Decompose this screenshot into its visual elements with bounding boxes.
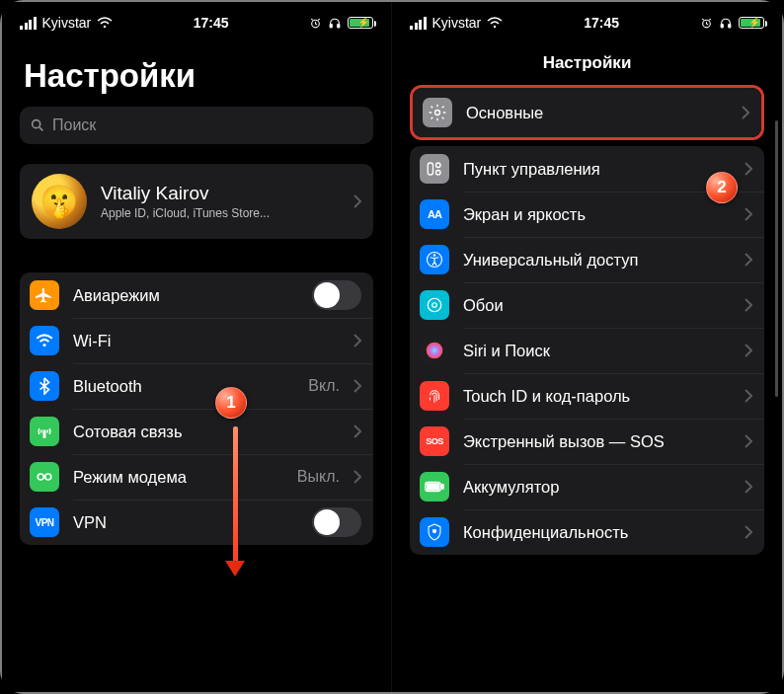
row-sos[interactable]: SOS Экстренный вызов — SOS [410, 419, 764, 464]
row-label: Экран и яркость [463, 205, 731, 224]
annotation-highlight-general: Основные 2 [410, 85, 764, 140]
svg-rect-22 [441, 485, 443, 490]
hotspot-icon [30, 462, 59, 492]
clock: 17:45 [194, 15, 229, 31]
scrollbar[interactable] [775, 120, 778, 397]
row-label: Конфиденциальность [463, 523, 731, 542]
search-placeholder: Поиск [52, 116, 96, 134]
screen-right-settings-scrolled: Kyivstar 17:45 ⚡ Настройки Основные 2 [392, 2, 782, 692]
search-icon [30, 117, 45, 133]
chevron-right-icon [745, 525, 752, 539]
row-hotspot[interactable]: Режим модема Выкл. [20, 454, 373, 500]
headphones-icon [328, 17, 342, 30]
svg-rect-3 [338, 24, 340, 27]
svg-rect-6 [43, 430, 45, 437]
row-value: Выкл. [297, 468, 340, 486]
chevron-right-icon [353, 424, 361, 438]
wifi-icon [487, 17, 503, 29]
alarm-icon [309, 17, 322, 30]
row-label: Универсальный доступ [463, 251, 731, 270]
svg-point-18 [433, 254, 435, 256]
chevron-right-icon [745, 480, 752, 494]
svg-rect-14 [428, 163, 432, 175]
annotation-arrow-down [233, 426, 235, 575]
row-general[interactable]: Основные [413, 88, 761, 137]
wallpaper-icon [420, 290, 449, 320]
row-label: Touch ID и код-пароль [463, 387, 731, 406]
row-label: Аккумулятор [463, 478, 731, 497]
row-value: Вкл. [308, 377, 340, 395]
chevron-right-icon [353, 194, 361, 208]
svg-rect-11 [721, 24, 723, 27]
row-label: Сотовая связь [73, 423, 340, 441]
row-privacy[interactable]: Конфиденциальность [410, 509, 764, 555]
row-wallpaper[interactable]: Обои [410, 282, 764, 328]
row-label: Wi-Fi [73, 332, 340, 350]
svg-point-20 [427, 343, 443, 359]
svg-point-0 [104, 26, 106, 28]
chevron-right-icon [745, 344, 752, 357]
gear-icon [423, 98, 452, 127]
battery-icon: ⚡ [348, 17, 373, 29]
battery-icon: ⚡ [739, 17, 764, 29]
apple-id-row[interactable]: 🤫 Vitaliy Kairov Apple ID, iCloud, iTune… [20, 164, 373, 239]
chevron-right-icon [745, 162, 752, 176]
svg-rect-12 [729, 24, 731, 27]
chevron-right-icon [742, 106, 749, 119]
row-label: Пункт управления [463, 160, 731, 179]
annotation-badge-1: 1 [215, 387, 247, 419]
search-input[interactable]: Поиск [20, 107, 373, 144]
airplane-icon [30, 280, 59, 310]
row-siri[interactable]: Siri и Поиск [410, 328, 764, 373]
row-battery[interactable]: Аккумулятор [410, 464, 764, 509]
profile-name: Vitaliy Kairov [101, 183, 340, 204]
vpn-icon: VPN [30, 507, 59, 537]
airplane-toggle[interactable] [312, 280, 361, 310]
row-vpn[interactable]: VPN VPN [20, 500, 373, 545]
chevron-right-icon [745, 207, 752, 221]
row-cellular[interactable]: Сотовая связь [20, 409, 373, 454]
row-label: VPN [73, 513, 298, 532]
row-bluetooth[interactable]: Bluetooth Вкл. [20, 363, 373, 409]
screen-left-settings-root: Kyivstar 17:45 ⚡ Настройки Поиск 🤫 Vital… [2, 2, 392, 692]
chevron-right-icon [353, 470, 361, 484]
row-accessibility[interactable]: Универсальный доступ [410, 237, 764, 282]
svg-point-15 [436, 163, 441, 168]
siri-icon [420, 336, 449, 365]
row-airplane[interactable]: Авиарежим [20, 272, 373, 318]
wifi-icon [97, 17, 113, 29]
row-label: Авиарежим [73, 286, 298, 305]
chevron-right-icon [353, 334, 361, 347]
row-touchid[interactable]: Touch ID и код-пароль [410, 373, 764, 419]
display-icon: AA [420, 199, 449, 229]
svg-point-4 [33, 120, 40, 128]
nav-title: Настройки [410, 53, 764, 73]
chevron-right-icon [745, 434, 752, 448]
control-center-icon [420, 154, 449, 184]
privacy-icon [420, 517, 449, 547]
bluetooth-icon [30, 371, 59, 401]
fingerprint-icon [420, 381, 449, 411]
profile-subtitle: Apple ID, iCloud, iTunes Store... [101, 206, 340, 220]
svg-point-19 [432, 303, 437, 308]
accessibility-icon [420, 245, 449, 274]
svg-point-8 [45, 474, 51, 480]
carrier-label: Kyivstar [42, 15, 92, 31]
status-bar: Kyivstar 17:45 ⚡ [20, 12, 373, 34]
chevron-right-icon [745, 298, 752, 312]
battery-settings-icon [420, 472, 449, 501]
row-label: Режим модема [73, 468, 283, 487]
row-wifi[interactable]: Wi-Fi [20, 318, 373, 363]
page-title: Настройки [24, 57, 369, 95]
alarm-icon [700, 17, 713, 30]
row-label: Siri и Поиск [463, 342, 731, 360]
svg-rect-23 [427, 484, 438, 490]
connectivity-group: Авиарежим Wi-Fi Bluetooth Вкл. Сотовая с… [20, 272, 373, 545]
row-label: Экстренный вызов — SOS [463, 432, 731, 451]
vpn-toggle[interactable] [312, 507, 361, 537]
svg-point-9 [494, 26, 496, 28]
annotation-badge-2: 2 [706, 172, 738, 203]
chevron-right-icon [745, 389, 752, 403]
row-label: Основные [466, 104, 728, 122]
svg-point-5 [42, 344, 45, 347]
